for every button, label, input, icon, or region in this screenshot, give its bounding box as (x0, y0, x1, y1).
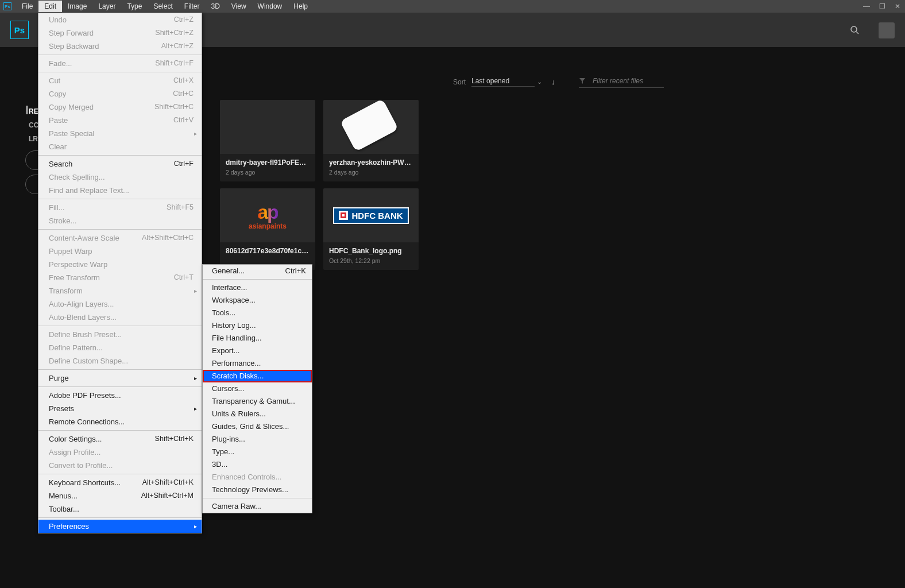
menu-image[interactable]: Image (62, 1, 92, 12)
preferences-menu-item[interactable]: Guides, Grid & Slices... (203, 420, 312, 433)
menu-help[interactable]: Help (288, 1, 314, 12)
preferences-menu-item[interactable]: Scratch Disks... (203, 370, 312, 382)
preferences-menu-item[interactable]: General...Ctrl+K (203, 265, 312, 277)
menu-filter[interactable]: Filter (179, 1, 206, 12)
menu-view[interactable]: View (226, 1, 252, 12)
menu-type[interactable]: Type (121, 1, 148, 12)
preferences-menu-item[interactable]: Transparency & Gamut... (203, 395, 312, 408)
edit-menu-item: CutCtrl+X (38, 74, 202, 87)
menu-separator (38, 517, 202, 518)
menubar: Ps FileEditImageLayerTypeSelectFilter3DV… (0, 0, 905, 13)
preferences-menu-item[interactable]: 3D... (203, 458, 312, 471)
recent-files-grid: dmitry-bayer-fI91PoFE1DU...2 days agoyer… (220, 100, 419, 270)
edit-menu-item[interactable]: Purge (38, 372, 202, 385)
edit-menu-item[interactable]: SearchCtrl+F (38, 157, 202, 171)
close-icon[interactable]: ✕ (895, 2, 900, 10)
edit-menu-item: Convert to Profile... (38, 459, 202, 472)
menu-separator (38, 72, 202, 72)
preferences-menu-item[interactable]: History Log... (203, 319, 312, 332)
preferences-menu-item[interactable]: Plug-ins... (203, 433, 312, 446)
preferences-menu-item[interactable]: Export... (203, 345, 312, 357)
chevron-down-icon[interactable]: ⌄ (537, 78, 542, 86)
sidebar-item-cc[interactable]: CC (0, 118, 39, 132)
edit-menu-item: Stroke... (38, 214, 202, 227)
recent-file-thumbnail: apasianpaints (220, 188, 315, 242)
sidebar-item-re[interactable]: RE (0, 105, 39, 118)
sort-direction-icon[interactable]: ↓ (551, 78, 555, 86)
edit-menu-item: Free TransformCtrl+T (38, 271, 202, 284)
preferences-menu-item[interactable]: Type... (203, 446, 312, 458)
edit-menu-item: Auto-Blend Layers... (38, 311, 202, 324)
preferences-menu-item[interactable]: Units & Rulers... (203, 408, 312, 420)
edit-menu-item: Paste Special (38, 127, 202, 140)
edit-menu-item[interactable]: Remote Connections... (38, 415, 202, 428)
edit-menu-item[interactable]: Keyboard Shortcuts...Alt+Shift+Ctrl+K (38, 476, 202, 489)
menu-separator (203, 498, 312, 498)
maximize-icon[interactable]: ❐ (879, 2, 885, 10)
sidebar-item-lr[interactable]: LR (0, 132, 39, 146)
edit-menu-item[interactable]: Adobe PDF Presets... (38, 389, 202, 402)
recent-file-card[interactable]: dmitry-bayer-fI91PoFE1DU...2 days ago (220, 100, 315, 181)
edit-menu-item[interactable]: Preferences (38, 520, 202, 533)
menu-separator (38, 199, 202, 199)
filter-control[interactable]: Filter recent files (579, 77, 664, 88)
edit-menu-item: Clear (38, 140, 202, 153)
preferences-menu-item[interactable]: Cursors... (203, 382, 312, 395)
sidebar-active-indicator (26, 106, 28, 114)
preferences-menu-item[interactable]: Workspace... (203, 294, 312, 307)
edit-menu-item: CopyCtrl+C (38, 87, 202, 100)
sort-label: Sort (453, 78, 466, 86)
menu-separator (38, 474, 202, 474)
sort-control[interactable]: Sort Last opened ⌄ ↓ (453, 77, 555, 87)
menu-file[interactable]: File (16, 1, 38, 12)
menu-window[interactable]: Window (252, 1, 288, 12)
minimize-icon[interactable]: — (863, 2, 870, 10)
edit-menu-item: Define Custom Shape... (38, 354, 202, 368)
edit-menu-item[interactable]: Menus...Alt+Shift+Ctrl+M (38, 489, 202, 502)
preferences-menu-item[interactable]: File Handling... (203, 332, 312, 345)
preferences-menu-item[interactable]: Camera Raw... (203, 500, 312, 513)
recent-file-timestamp: Oct 29th, 12:22 pm (329, 257, 413, 264)
filter-icon (579, 78, 586, 84)
recent-file-name: dmitry-bayer-fI91PoFE1DU... (226, 158, 310, 167)
avatar[interactable] (879, 22, 895, 38)
edit-menu-item: Find and Replace Text... (38, 184, 202, 197)
menu-separator (38, 430, 202, 431)
edit-menu-item: Transform (38, 284, 202, 297)
preferences-menu-item[interactable]: Performance... (203, 357, 312, 370)
app-icon: Ps (3, 2, 11, 10)
preferences-menu-item: Enhanced Controls... (203, 471, 312, 483)
preferences-menu-item[interactable]: Technology Previews... (203, 483, 312, 496)
recent-file-card[interactable]: HDFC BANKHDFC_Bank_logo.pngOct 29th, 12:… (323, 188, 419, 270)
edit-menu-item[interactable]: Color Settings...Shift+Ctrl+K (38, 432, 202, 446)
menu-select[interactable]: Select (148, 1, 178, 12)
recent-file-card[interactable]: apasianpaints80612d717e3e8d70fe1c456 (220, 188, 315, 270)
edit-menu-item[interactable]: Presets (38, 402, 202, 415)
edit-menu-item: Copy MergedShift+Ctrl+C (38, 100, 202, 114)
filter-placeholder: Filter recent files (593, 77, 643, 85)
recent-file-name: 80612d717e3e8d70fe1c456 (226, 247, 310, 255)
preferences-menu-item[interactable]: Interface... (203, 281, 312, 294)
menu-separator (203, 279, 312, 280)
preferences-menu-item[interactable]: Tools... (203, 307, 312, 319)
sort-value: Last opened (471, 77, 535, 87)
edit-menu-item: Assign Profile... (38, 446, 202, 459)
menu-separator (38, 55, 202, 55)
recent-file-thumbnail: HDFC BANK (323, 188, 419, 242)
menu-edit[interactable]: Edit (38, 1, 62, 12)
sidebar: RECCLR (0, 47, 39, 194)
edit-menu-item: Step ForwardShift+Ctrl+Z (38, 26, 202, 40)
edit-menu-dropdown: UndoCtrl+ZStep ForwardShift+Ctrl+ZStep B… (38, 13, 202, 533)
svg-line-1 (856, 32, 858, 34)
menu-separator (38, 326, 202, 326)
menu-layer[interactable]: Layer (92, 1, 121, 12)
recent-file-card[interactable]: yerzhan-yeskozhin-PWC_...2 days ago (323, 100, 419, 181)
edit-menu-item[interactable]: Toolbar... (38, 502, 202, 516)
search-icon[interactable] (850, 25, 859, 34)
menu-3d[interactable]: 3D (205, 1, 225, 12)
window-controls: — ❐ ✕ (863, 0, 900, 13)
recent-file-name: HDFC_Bank_logo.png (329, 247, 413, 255)
menu-separator (38, 229, 202, 230)
edit-menu-item: Auto-Align Layers... (38, 297, 202, 311)
recent-file-name: yerzhan-yeskozhin-PWC_... (329, 158, 413, 167)
